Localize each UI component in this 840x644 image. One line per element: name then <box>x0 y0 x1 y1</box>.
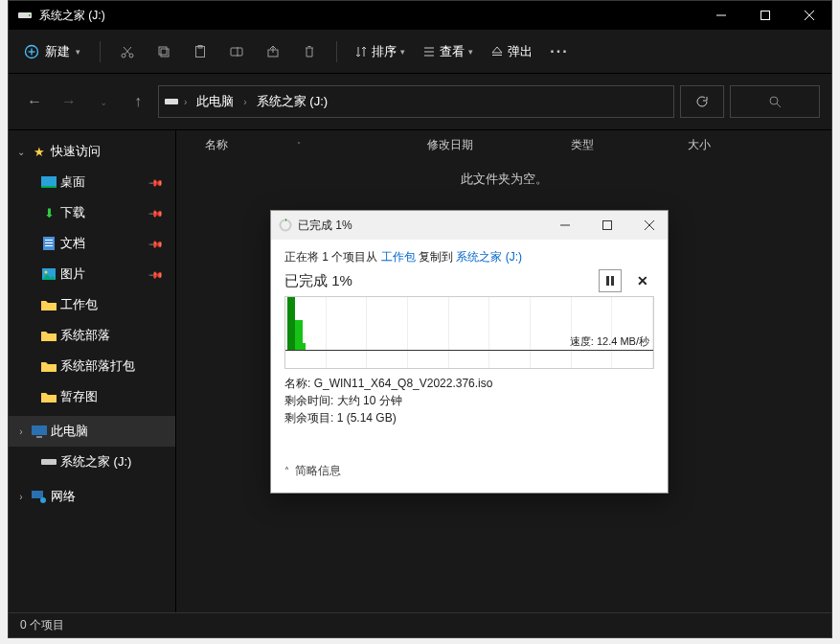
speed-label: 速度: 12.4 MB/秒 <box>570 334 649 349</box>
crumb-drive[interactable]: 系统之家 (J:) <box>253 91 331 112</box>
sidebar-item-deploy[interactable]: 系统部落 <box>9 320 175 351</box>
sidebar-item-documents[interactable]: 文档📌 <box>9 228 175 259</box>
window-title: 系统之家 (J:) <box>39 8 105 24</box>
delete-button[interactable] <box>292 35 327 68</box>
view-button[interactable]: 查看 ▾ <box>415 39 481 64</box>
rename-button[interactable] <box>219 35 254 68</box>
column-label: 名称 <box>205 137 228 153</box>
back-button[interactable]: ← <box>20 87 49 116</box>
chevron-down-icon: ▾ <box>400 47 405 57</box>
pin-icon: 📌 <box>148 236 164 251</box>
sidebar-item-label: 文档 <box>60 235 85 252</box>
cancel-button[interactable]: ✕ <box>631 269 654 292</box>
paste-button[interactable] <box>183 35 217 68</box>
share-icon <box>265 44 281 59</box>
sidebar-item-tempimg[interactable]: 暂存图 <box>9 381 175 412</box>
refresh-button[interactable] <box>680 85 724 118</box>
sidebar-item-network[interactable]: ›网络 <box>9 481 175 512</box>
sidebar-item-downloads[interactable]: ⬇下载📌 <box>9 197 175 228</box>
new-button[interactable]: 新建 ▾ <box>14 39 90 64</box>
dialog-titlebar[interactable]: 已完成 1% <box>271 211 668 240</box>
star-icon: ★ <box>32 144 47 159</box>
pause-button[interactable] <box>599 269 622 292</box>
close-button[interactable] <box>787 1 831 30</box>
sidebar-item-thispc[interactable]: ›此电脑 <box>9 416 175 447</box>
column-type[interactable]: 类型 <box>563 137 680 153</box>
eject-icon <box>490 45 504 58</box>
sort-button[interactable]: 排序 ▾ <box>347 39 413 64</box>
separator <box>336 41 337 62</box>
copy-dest-link[interactable]: 系统之家 (J:) <box>456 250 522 264</box>
separator <box>100 41 101 62</box>
svg-rect-27 <box>45 242 53 243</box>
search-icon <box>768 95 782 108</box>
sidebar-item-drive[interactable]: 系统之家 (J:) <box>9 447 175 477</box>
new-label: 新建 <box>45 43 70 60</box>
recent-button[interactable]: ⌄ <box>89 87 118 116</box>
copy-source-link[interactable]: 工作包 <box>381 250 416 264</box>
search-box[interactable] <box>730 85 820 118</box>
chevron-right-icon: › <box>241 97 248 107</box>
sidebar-item-label: 工作包 <box>60 296 98 313</box>
detail-time-value: 大约 10 分钟 <box>337 394 402 407</box>
copy-icon <box>156 44 171 59</box>
minimize-button[interactable] <box>699 1 743 30</box>
sidebar: ⌄★快速访问 桌面📌 ⬇下载📌 文档📌 图片📌 工作包 系统部落 系统部落打包 … <box>9 129 175 612</box>
sort-label: 排序 <box>372 43 397 60</box>
sidebar-item-deploy-pack[interactable]: 系统部落打包 <box>9 351 175 381</box>
column-headers[interactable]: 名称˄ 修改日期 类型 大小 <box>176 130 831 159</box>
sidebar-item-label: 系统部落打包 <box>60 357 135 375</box>
column-size[interactable]: 大小 <box>680 137 757 153</box>
view-label: 查看 <box>440 43 465 60</box>
pin-icon: 📌 <box>148 205 164 220</box>
pin-icon: 📌 <box>148 174 164 190</box>
forward-button[interactable]: → <box>55 87 83 116</box>
crumb-thispc[interactable]: 此电脑 <box>193 91 238 112</box>
sidebar-item-label: 桌面 <box>60 173 85 191</box>
document-icon <box>41 236 57 251</box>
pause-icon <box>606 276 614 286</box>
eject-label: 弹出 <box>508 43 533 60</box>
sidebar-item-label: 快速访问 <box>51 143 101 160</box>
svg-point-35 <box>40 497 46 503</box>
sidebar-item-workbag[interactable]: 工作包 <box>9 289 175 320</box>
list-icon <box>422 45 436 58</box>
dialog-body: 正在将 1 个项目从 工作包 复制到 系统之家 (J:) 已完成 1% ✕ 速度… <box>271 240 668 426</box>
svg-rect-23 <box>41 176 57 186</box>
scissors-icon <box>120 44 135 59</box>
copy-details: 名称: G_WIN11_X64_Q8_V2022.376.iso 剩余时间: 大… <box>284 375 654 426</box>
desktop-icon <box>41 174 57 190</box>
copy-button[interactable] <box>147 35 181 68</box>
sidebar-item-label: 系统部落 <box>60 327 110 344</box>
svg-rect-3 <box>761 12 770 20</box>
dialog-close-button[interactable] <box>631 211 668 240</box>
drive-icon <box>18 11 32 20</box>
dialog-minimize-button[interactable] <box>547 211 583 240</box>
copy-description: 正在将 1 个项目从 工作包 复制到 系统之家 (J:) <box>284 249 654 265</box>
svg-rect-33 <box>41 459 57 465</box>
maximize-button[interactable] <box>743 1 787 30</box>
transfer-speed-graph: 速度: 12.4 MB/秒 <box>284 296 654 369</box>
dialog-maximize-button[interactable] <box>589 211 625 240</box>
up-button[interactable]: ↑ <box>124 87 152 116</box>
address-bar[interactable]: › 此电脑 › 系统之家 (J:) <box>158 85 674 118</box>
clipboard-icon <box>193 44 208 59</box>
brief-toggle[interactable]: ˄ 简略信息 <box>271 453 668 493</box>
more-button[interactable]: ··· <box>542 35 577 68</box>
chevron-up-icon: ˄ <box>284 466 289 476</box>
sort-icon <box>354 45 368 58</box>
sidebar-item-quick-access[interactable]: ⌄★快速访问 <box>9 136 175 167</box>
column-date[interactable]: 修改日期 <box>420 137 563 153</box>
sidebar-item-pictures[interactable]: 图片📌 <box>9 259 175 289</box>
cut-button[interactable] <box>110 35 145 68</box>
eject-button[interactable]: 弹出 <box>483 39 540 64</box>
titlebar[interactable]: 系统之家 (J:) <box>9 1 831 30</box>
folder-icon <box>41 297 57 312</box>
pin-icon: 📌 <box>148 266 164 282</box>
svg-rect-34 <box>32 491 43 498</box>
share-button[interactable] <box>256 35 290 68</box>
sidebar-item-desktop[interactable]: 桌面📌 <box>9 167 175 197</box>
column-name[interactable]: 名称˄ <box>197 137 420 153</box>
status-item-count: 0 个项目 <box>20 617 64 633</box>
svg-rect-42 <box>611 276 614 286</box>
